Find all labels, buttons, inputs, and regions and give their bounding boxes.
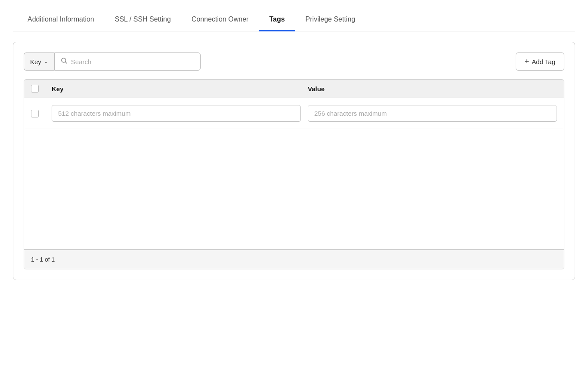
search-input-wrapper (54, 52, 201, 71)
tags-table: Key Value 1 - 1 of 1 (24, 79, 564, 269)
header-checkbox-cell (31, 85, 45, 93)
table-row (24, 98, 564, 129)
key-column-header: Key (52, 85, 301, 93)
key-dropdown[interactable]: Key ⌄ (24, 52, 54, 71)
add-tag-button[interactable]: + Add Tag (516, 52, 564, 71)
chevron-down-icon: ⌄ (44, 59, 48, 65)
tab-ssl-ssh-setting[interactable]: SSL / SSH Setting (105, 9, 181, 31)
plus-icon: + (525, 57, 529, 66)
row-checkbox[interactable] (31, 110, 39, 117)
tab-privilege-setting[interactable]: Privilege Setting (295, 9, 366, 31)
svg-line-1 (65, 62, 67, 63)
key-dropdown-label: Key (30, 58, 41, 65)
value-input[interactable] (308, 105, 557, 122)
tab-connection-owner[interactable]: Connection Owner (181, 9, 259, 31)
add-tag-label: Add Tag (532, 58, 555, 65)
toolbar: Key ⌄ + Add Tag (24, 52, 564, 71)
key-input[interactable] (52, 105, 301, 122)
table-pagination: 1 - 1 of 1 (24, 250, 564, 269)
table-body-empty (24, 129, 564, 250)
row-checkbox-cell (31, 110, 45, 117)
search-area: Key ⌄ (24, 52, 201, 71)
search-input[interactable] (71, 58, 194, 65)
key-cell (52, 105, 301, 122)
search-icon (61, 57, 68, 66)
tab-additional-information[interactable]: Additional Information (17, 9, 105, 31)
table-header: Key Value (24, 80, 564, 98)
tab-navigation: Additional Information SSL / SSH Setting… (13, 9, 575, 31)
tab-tags[interactable]: Tags (259, 9, 295, 31)
tags-panel: Key ⌄ + Add Tag (13, 42, 575, 280)
value-column-header: Value (308, 85, 557, 93)
select-all-checkbox[interactable] (31, 85, 39, 93)
pagination-label: 1 - 1 of 1 (31, 256, 55, 263)
value-cell (308, 105, 557, 122)
